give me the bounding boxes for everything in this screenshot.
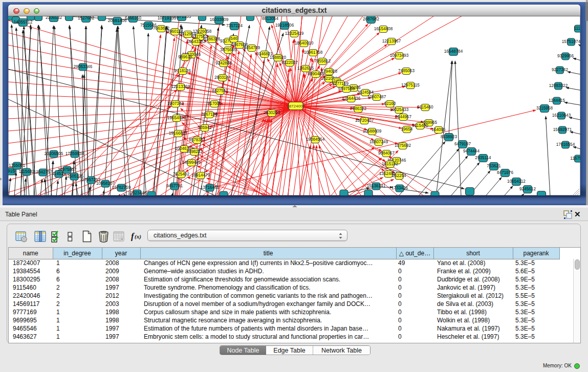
svg-text:1167534: 1167534 — [570, 156, 580, 161]
svg-text:17016554: 17016554 — [556, 142, 575, 147]
svg-text:13226058: 13226058 — [193, 29, 212, 34]
svg-text:19218506: 19218506 — [275, 23, 294, 28]
svg-text:3624534: 3624534 — [357, 90, 374, 95]
svg-text:989618: 989618 — [178, 55, 192, 59]
svg-text:12505135: 12505135 — [65, 174, 84, 179]
svg-text:18724007: 18724007 — [287, 104, 305, 108]
svg-text:16648784: 16648784 — [444, 49, 463, 54]
svg-text:6479197: 6479197 — [454, 142, 471, 146]
svg-text:20206505: 20206505 — [45, 151, 63, 156]
svg-text:9242848: 9242848 — [215, 61, 232, 65]
svg-text:62160: 62160 — [384, 101, 396, 106]
svg-text:7485063: 7485063 — [398, 69, 415, 73]
svg-text:8186328: 8186328 — [204, 37, 220, 41]
svg-text:10973493: 10973493 — [390, 53, 409, 58]
svg-text:9457791: 9457791 — [166, 184, 183, 188]
svg-text:16033809: 16033809 — [210, 17, 229, 22]
svg-text:20691406: 20691406 — [108, 18, 127, 23]
svg-text:39154: 39154 — [8, 169, 17, 173]
svg-text:10654112: 10654112 — [507, 179, 526, 184]
svg-text:15136141: 15136141 — [367, 184, 386, 188]
svg-text:7986322: 7986322 — [350, 106, 366, 111]
svg-text:16210643: 16210643 — [552, 113, 571, 118]
svg-text:1115682: 1115682 — [19, 169, 35, 174]
svg-text:16782759: 16782759 — [112, 185, 131, 190]
svg-text:12975115: 12975115 — [401, 83, 420, 87]
svg-text:18640910: 18640910 — [295, 41, 314, 46]
svg-text:1075692: 1075692 — [395, 143, 411, 148]
svg-text:10961758: 10961758 — [304, 50, 323, 55]
svg-text:7357224: 7357224 — [226, 24, 243, 28]
svg-text:3267130: 3267130 — [201, 112, 217, 117]
svg-text:1117: 1117 — [574, 26, 581, 31]
svg-text:164095: 164095 — [431, 127, 446, 132]
svg-text:9084067: 9084067 — [378, 151, 395, 156]
svg-text:252254: 252254 — [392, 173, 406, 178]
svg-text:9245612: 9245612 — [519, 187, 536, 191]
svg-text:1588520: 1588520 — [270, 55, 286, 60]
svg-text:3215958: 3215958 — [536, 106, 553, 111]
svg-text:12213369: 12213369 — [171, 84, 190, 89]
svg-text:1615132: 1615132 — [382, 162, 398, 166]
svg-text:12342757: 12342757 — [34, 170, 53, 174]
svg-text:10807487: 10807487 — [367, 95, 386, 99]
svg-text:18807249: 18807249 — [369, 140, 388, 144]
svg-text:16154808: 16154808 — [374, 27, 393, 31]
svg-text:2644957: 2644957 — [395, 115, 411, 119]
svg-text:15720407: 15720407 — [355, 118, 374, 123]
svg-text:7625402: 7625402 — [173, 172, 189, 177]
svg-text:763621: 763621 — [487, 164, 501, 168]
svg-text:(x): (x) — [135, 233, 141, 240]
svg-text:13716485: 13716485 — [201, 185, 220, 190]
svg-text:14055712: 14055712 — [14, 20, 33, 25]
svg-text:8427552: 8427552 — [212, 89, 228, 93]
svg-text:14099489: 14099489 — [182, 160, 201, 165]
svg-text:2718126: 2718126 — [175, 69, 191, 73]
svg-text:546: 546 — [230, 36, 237, 41]
svg-text:6794028: 6794028 — [321, 69, 337, 74]
svg-text:1244415: 1244415 — [549, 98, 565, 103]
svg-text:21564436: 21564436 — [342, 96, 361, 101]
svg-text:2803144: 2803144 — [214, 75, 231, 80]
svg-text:6466160: 6466160 — [125, 16, 141, 20]
svg-text:10688609: 10688609 — [363, 129, 382, 134]
svg-text:17359934: 17359934 — [66, 151, 84, 156]
svg-text:12323446: 12323446 — [128, 191, 147, 195]
svg-text:15692971: 15692971 — [553, 127, 572, 132]
svg-text:19166827: 19166827 — [169, 131, 188, 136]
svg-text:9474444: 9474444 — [463, 149, 480, 154]
svg-text:9227342: 9227342 — [552, 68, 568, 72]
svg-text:8454749: 8454749 — [244, 46, 260, 50]
svg-text:3498222: 3498222 — [186, 149, 203, 154]
svg-text:29053346: 29053346 — [74, 64, 93, 69]
svg-text:9115460: 9115460 — [417, 105, 433, 110]
svg-text:19654: 19654 — [401, 127, 413, 132]
svg-text:2887682: 2887682 — [363, 17, 379, 21]
svg-text:1907343: 1907343 — [167, 101, 184, 106]
svg-text:8938923: 8938923 — [441, 135, 457, 139]
svg-text:19384554: 19384554 — [306, 137, 325, 142]
svg-text:7955812: 7955812 — [314, 59, 331, 63]
svg-text:1733426: 1733426 — [391, 186, 408, 190]
svg-text:8578334: 8578334 — [189, 138, 205, 142]
svg-text:1355061: 1355061 — [9, 163, 25, 168]
svg-text:6497568: 6497568 — [338, 86, 355, 91]
svg-text:2530203: 2530203 — [264, 111, 280, 115]
svg-text:9115400: 9115400 — [412, 123, 428, 128]
svg-text:1527602: 1527602 — [78, 16, 94, 20]
svg-text:2935114: 2935114 — [475, 156, 491, 160]
svg-text:917006: 917006 — [207, 101, 222, 106]
svg-text:15751074: 15751074 — [562, 39, 580, 44]
svg-text:8813054: 8813054 — [262, 16, 278, 21]
svg-text:19654923: 19654923 — [167, 116, 186, 120]
svg-text:10025433: 10025433 — [390, 107, 409, 112]
svg-text:3875685: 3875685 — [220, 48, 236, 52]
svg-text:8322037: 8322037 — [281, 60, 298, 65]
svg-text:30975857: 30975857 — [58, 167, 77, 172]
svg-text:16543382: 16543382 — [187, 39, 206, 44]
svg-text:2106532: 2106532 — [46, 16, 62, 20]
svg-text:12213967: 12213967 — [382, 39, 401, 43]
svg-text:8471676: 8471676 — [497, 170, 513, 175]
svg-text:16914479: 16914479 — [191, 173, 210, 178]
svg-text:12325419: 12325419 — [285, 31, 304, 36]
